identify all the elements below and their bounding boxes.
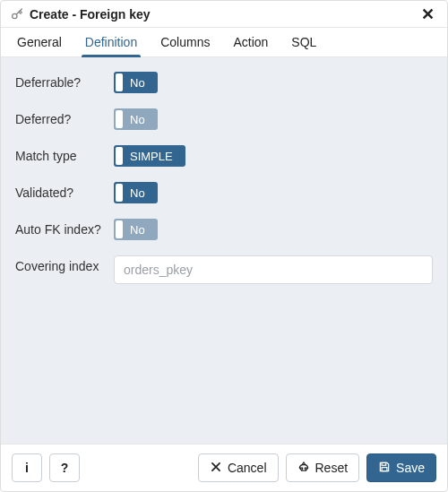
save-icon <box>378 461 391 476</box>
close-icon[interactable]: ✕ <box>418 6 438 22</box>
info-icon: i <box>25 462 29 474</box>
dialog-footer: i ? Cancel Reset <box>1 444 447 491</box>
toggle-deferred: No <box>114 108 158 130</box>
row-auto-fk-index: Auto FK index? No <box>15 219 433 241</box>
tabs: General Definition Columns Action SQL <box>1 28 447 57</box>
covering-index-input[interactable] <box>114 255 433 284</box>
toggle-auto-fk-index: No <box>114 219 158 240</box>
toggle-deferrable[interactable]: No <box>114 72 158 93</box>
row-match-type: Match type SIMPLE <box>15 145 433 168</box>
reset-label: Reset <box>315 461 349 475</box>
key-icon <box>10 7 24 22</box>
toggle-knob <box>116 220 123 238</box>
toggle-label: No <box>130 186 149 200</box>
label-auto-fk-index: Auto FK index? <box>15 219 114 237</box>
label-validated: Validated? <box>15 182 114 200</box>
dialog-body: Deferrable? No Deferred? No Match type <box>1 57 447 444</box>
row-validated: Validated? No <box>15 182 433 204</box>
toggle-label: No <box>130 113 149 126</box>
reset-button[interactable]: Reset <box>286 453 360 482</box>
help-button[interactable]: ? <box>49 453 80 482</box>
toggle-knob <box>116 73 123 91</box>
toggle-match-type[interactable]: SIMPLE <box>114 145 185 167</box>
dialog-create-foreign-key: Create - Foreign key ✕ General Definitio… <box>0 0 448 492</box>
toggle-validated[interactable]: No <box>114 182 158 203</box>
close-icon <box>210 461 222 476</box>
toggle-knob <box>116 184 123 202</box>
row-covering-index: Covering index <box>15 255 433 284</box>
tab-general[interactable]: General <box>13 28 65 56</box>
toggle-knob <box>116 110 123 128</box>
toggle-label: SIMPLE <box>130 150 177 163</box>
save-button[interactable]: Save <box>366 453 436 482</box>
svg-rect-2 <box>382 467 387 470</box>
label-covering-index: Covering index <box>15 255 114 273</box>
dialog-title: Create - Foreign key <box>30 7 412 22</box>
help-icon: ? <box>61 462 69 474</box>
recycle-icon <box>297 461 310 476</box>
tab-definition[interactable]: Definition <box>82 28 141 56</box>
label-deferrable: Deferrable? <box>15 72 114 90</box>
svg-rect-1 <box>382 462 386 465</box>
toggle-label: No <box>130 76 149 90</box>
cancel-button[interactable]: Cancel <box>198 453 279 482</box>
label-deferred: Deferred? <box>15 108 114 126</box>
row-deferrable: Deferrable? No <box>15 72 433 94</box>
dialog-header: Create - Foreign key ✕ <box>1 1 447 28</box>
save-label: Save <box>396 461 425 475</box>
toggle-label: No <box>130 223 149 237</box>
label-match-type: Match type <box>15 145 114 163</box>
toggle-knob <box>116 147 123 165</box>
tab-sql[interactable]: SQL <box>288 28 320 56</box>
tab-columns[interactable]: Columns <box>157 28 213 56</box>
cancel-label: Cancel <box>228 461 267 475</box>
info-button[interactable]: i <box>12 453 42 482</box>
row-deferred: Deferred? No <box>15 108 433 131</box>
tab-action[interactable]: Action <box>229 28 271 56</box>
